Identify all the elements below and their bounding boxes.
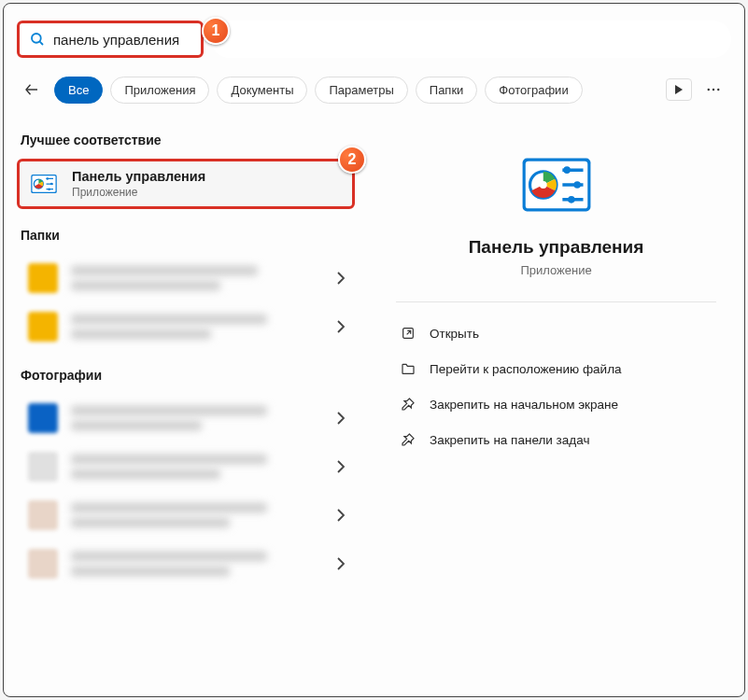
pin-icon xyxy=(400,431,416,448)
action-open[interactable]: Открыть xyxy=(396,315,716,351)
tab-all[interactable]: Все xyxy=(54,77,103,104)
detail-panel: Панель управления Приложение Открыть xyxy=(368,118,744,689)
best-match-result[interactable]: Панель управления Приложение xyxy=(17,159,355,209)
result-text: Панель управления Приложение xyxy=(72,169,205,199)
photo-thumb xyxy=(28,403,58,433)
result-name: Панель управления xyxy=(72,169,205,184)
svg-point-5 xyxy=(713,89,714,91)
action-label: Закрепить на панели задач xyxy=(430,433,589,447)
folder-icon xyxy=(28,312,58,342)
photo-result-1[interactable] xyxy=(17,394,355,442)
chevron-right-icon xyxy=(336,320,346,333)
tab-photos[interactable]: Фотографии xyxy=(485,77,582,104)
chevron-right-icon xyxy=(336,460,346,473)
svg-marker-3 xyxy=(675,85,683,94)
detail-title: Панель управления xyxy=(469,237,644,258)
search-bar-extension xyxy=(211,21,731,58)
section-best-match: Лучшее соответствие xyxy=(21,133,355,147)
photo-thumb xyxy=(28,549,58,579)
photo-result-3[interactable] xyxy=(17,491,355,539)
action-label: Закрепить на начальном экране xyxy=(430,398,618,412)
photo-thumb xyxy=(28,500,58,530)
tab-documents[interactable]: Документы xyxy=(217,77,307,104)
detail-subtitle: Приложение xyxy=(520,263,591,277)
back-button[interactable] xyxy=(17,75,47,105)
photo-thumb xyxy=(28,452,58,482)
action-list: Открыть Перейти к расположению файла Зак… xyxy=(396,315,716,457)
svg-point-25 xyxy=(568,196,575,203)
chevron-right-icon xyxy=(336,412,346,425)
play-button[interactable] xyxy=(666,78,692,101)
result-subtitle: Приложение xyxy=(72,186,205,199)
divider xyxy=(396,301,716,302)
tab-folders[interactable]: Папки xyxy=(416,77,478,104)
section-photos: Фотографии xyxy=(21,368,355,383)
search-box[interactable] xyxy=(17,21,204,58)
photo-result-4[interactable] xyxy=(17,539,355,588)
detail-app-icon xyxy=(521,149,592,220)
control-panel-icon xyxy=(29,169,59,199)
action-label: Открыть xyxy=(430,327,479,341)
search-row xyxy=(4,4,744,58)
search-window: 1 2 Все Приложения Документы Параметры П… xyxy=(3,3,745,697)
svg-point-13 xyxy=(50,183,53,186)
folder-icon xyxy=(28,263,58,293)
svg-point-15 xyxy=(48,188,50,190)
svg-point-0 xyxy=(32,34,41,43)
svg-line-1 xyxy=(39,41,43,45)
search-icon xyxy=(29,31,46,48)
results-panel: Лучшее соответствие xyxy=(4,118,368,689)
action-open-location[interactable]: Перейти к расположению файла xyxy=(396,351,716,386)
folder-icon xyxy=(400,360,416,377)
more-options-button[interactable] xyxy=(705,81,722,98)
action-pin-start[interactable]: Закрепить на начальном экране xyxy=(396,386,716,422)
svg-point-6 xyxy=(717,89,719,91)
filter-tabs-row: Все Приложения Документы Параметры Папки… xyxy=(4,58,744,118)
folder-result-2[interactable] xyxy=(17,302,355,351)
callout-badge-1: 1 xyxy=(202,17,230,45)
pin-icon xyxy=(400,396,416,413)
chevron-right-icon xyxy=(336,557,346,570)
photo-result-2[interactable] xyxy=(17,442,355,491)
svg-point-11 xyxy=(47,177,49,180)
callout-badge-2: 2 xyxy=(338,146,366,174)
chevron-right-icon xyxy=(336,272,346,285)
tab-apps[interactable]: Приложения xyxy=(110,77,209,104)
folder-result-1[interactable] xyxy=(17,254,355,302)
svg-point-19 xyxy=(539,181,546,189)
svg-point-21 xyxy=(563,166,571,174)
action-pin-taskbar[interactable]: Закрепить на панели задач xyxy=(396,422,716,457)
chevron-right-icon xyxy=(336,509,346,522)
open-icon xyxy=(400,325,416,342)
tab-settings[interactable]: Параметры xyxy=(315,77,407,104)
svg-point-4 xyxy=(708,89,710,91)
content-area: Лучшее соответствие xyxy=(4,118,744,689)
section-folders: Папки xyxy=(21,228,355,243)
action-label: Перейти к расположению файла xyxy=(430,362,622,376)
svg-point-23 xyxy=(573,181,581,189)
